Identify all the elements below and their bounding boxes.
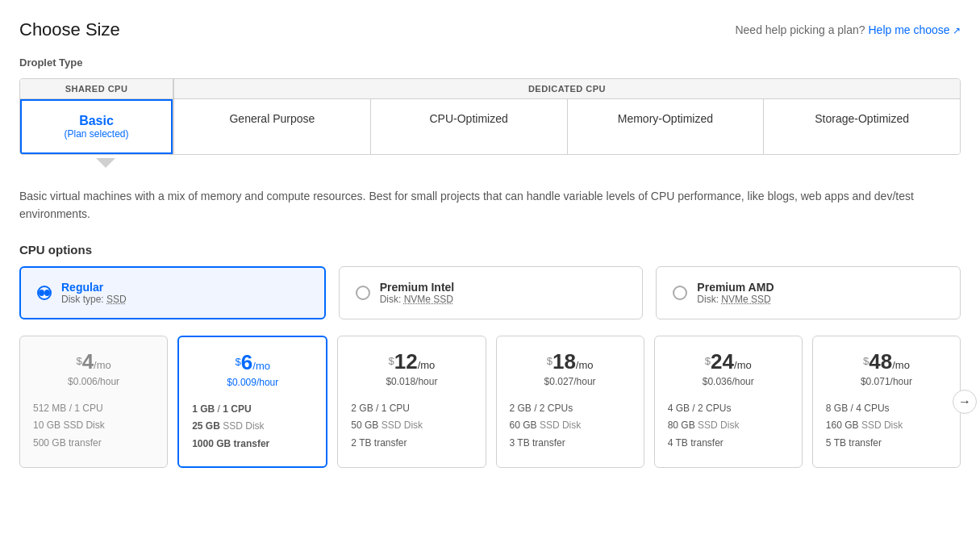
cpu-options-label: CPU options	[19, 243, 961, 257]
price-specs-6: 1 GB / 1 CPU 25 GB SSD Disk 1000 GB tran…	[192, 401, 313, 453]
tab-storage-optimized[interactable]: Storage-Optimized	[763, 99, 960, 154]
price-main-24: $24/mo	[668, 349, 789, 374]
shared-cpu-column: SHARED CPU Basic (Plan selected)	[20, 79, 173, 154]
cpu-option-premium-amd-info: Premium AMD Disk: NVMe SSD	[697, 281, 774, 305]
shared-cpu-label: SHARED CPU	[20, 79, 173, 99]
plan-selected-label: (Plan selected)	[64, 128, 128, 140]
cpu-option-regular-name: Regular	[61, 281, 127, 294]
cpu-option-premium-intel-disk: Disk: NVMe SSD	[380, 294, 455, 305]
cpu-option-premium-intel[interactable]: Premium Intel Disk: NVMe SSD	[339, 266, 644, 319]
page-header: Choose Size Need help picking a plan? He…	[19, 19, 961, 40]
cpu-options-grid: Regular Disk type: SSD Premium Intel Dis…	[19, 266, 961, 319]
basic-plan-tab[interactable]: Basic (Plan selected)	[20, 99, 173, 154]
price-specs-4: 512 MB / 1 CPU 10 GB SSD Disk 500 GB tra…	[33, 400, 154, 453]
page-title: Choose Size	[19, 19, 120, 40]
cpu-type-tabs: SHARED CPU Basic (Plan selected) DEDICAT…	[19, 78, 961, 155]
pricing-card-18[interactable]: $18/mo $0.027/hour 2 GB / 2 CPUs 60 GB S…	[496, 336, 644, 468]
basic-plan-name: Basic	[64, 114, 128, 128]
price-specs-48: 8 GB / 4 CPUs 160 GB SSD Disk 5 TB trans…	[826, 400, 947, 453]
help-section: Need help picking a plan? Help me choose	[735, 23, 961, 36]
pricing-section: $4/mo $0.006/hour 512 MB / 1 CPU 10 GB S…	[19, 336, 961, 468]
help-text: Need help picking a plan?	[735, 23, 865, 36]
pricing-card-4[interactable]: $4/mo $0.006/hour 512 MB / 1 CPU 10 GB S…	[19, 336, 168, 468]
tab-general-purpose[interactable]: General Purpose	[174, 99, 370, 154]
cpu-option-premium-amd-disk: Disk: NVMe SSD	[697, 294, 774, 305]
price-hourly-6: $0.009/hour	[192, 377, 313, 388]
radio-premium-intel	[356, 286, 370, 300]
price-main-6: $6/mo	[192, 350, 313, 375]
pricing-card-6[interactable]: $6/mo $0.009/hour 1 GB / 1 CPU 25 GB SSD…	[177, 336, 327, 468]
pricing-card-24[interactable]: $24/mo $0.036/hour 4 GB / 2 CPUs 80 GB S…	[654, 336, 803, 468]
tab-memory-optimized[interactable]: Memory-Optimized	[567, 99, 764, 154]
price-specs-18: 2 GB / 2 CPUs 60 GB SSD Disk 3 TB transf…	[510, 400, 631, 453]
cpu-option-premium-intel-info: Premium Intel Disk: NVMe SSD	[380, 281, 455, 305]
cpu-option-premium-amd[interactable]: Premium AMD Disk: NVMe SSD	[656, 266, 961, 319]
tab-cpu-optimized[interactable]: CPU-Optimized	[370, 99, 567, 154]
dedicated-cpu-label: DEDICATED CPU	[174, 79, 960, 99]
pricing-row: $4/mo $0.006/hour 512 MB / 1 CPU 10 GB S…	[19, 336, 961, 468]
dedicated-tabs-row: General Purpose CPU-Optimized Memory-Opt…	[174, 99, 960, 154]
droplet-type-label: Droplet Type	[19, 56, 961, 69]
pricing-card-48[interactable]: $48/mo $0.071/hour 8 GB / 4 CPUs 160 GB …	[812, 336, 961, 468]
cpu-option-premium-amd-name: Premium AMD	[697, 281, 774, 294]
price-main-48: $48/mo	[826, 349, 947, 374]
price-main-12: $12/mo	[351, 349, 472, 374]
triangle-indicator	[19, 158, 961, 168]
cpu-option-regular-disk: Disk type: SSD	[61, 294, 127, 305]
price-hourly-4: $0.006/hour	[33, 376, 154, 387]
cpu-option-premium-intel-name: Premium Intel	[380, 281, 455, 294]
radio-premium-amd	[673, 286, 687, 300]
radio-regular	[37, 286, 52, 300]
next-plans-arrow[interactable]: →	[953, 390, 977, 414]
plan-description: Basic virtual machines with a mix of mem…	[19, 187, 961, 223]
droplet-type-section: Droplet Type SHARED CPU Basic (Plan sele…	[19, 56, 961, 168]
price-specs-24: 4 GB / 2 CPUs 80 GB SSD Disk 4 TB transf…	[668, 400, 789, 453]
help-me-choose-link[interactable]: Help me choose	[868, 23, 961, 36]
price-hourly-24: $0.036/hour	[668, 376, 789, 387]
price-hourly-48: $0.071/hour	[826, 376, 947, 387]
price-hourly-18: $0.027/hour	[510, 376, 631, 387]
cpu-options-section: CPU options Regular Disk type: SSD Premi…	[19, 243, 961, 319]
cpu-option-regular-info: Regular Disk type: SSD	[61, 281, 127, 305]
price-main-18: $18/mo	[510, 349, 631, 374]
dedicated-cpu-column: DEDICATED CPU General Purpose CPU-Optimi…	[173, 79, 960, 154]
pricing-card-12[interactable]: $12/mo $0.018/hour 2 GB / 1 CPU 50 GB SS…	[337, 336, 486, 468]
price-hourly-12: $0.018/hour	[351, 376, 472, 387]
cpu-option-regular[interactable]: Regular Disk type: SSD	[19, 266, 326, 319]
price-specs-12: 2 GB / 1 CPU 50 GB SSD Disk 2 TB transfe…	[351, 400, 472, 453]
price-main-4: $4/mo	[33, 349, 154, 374]
